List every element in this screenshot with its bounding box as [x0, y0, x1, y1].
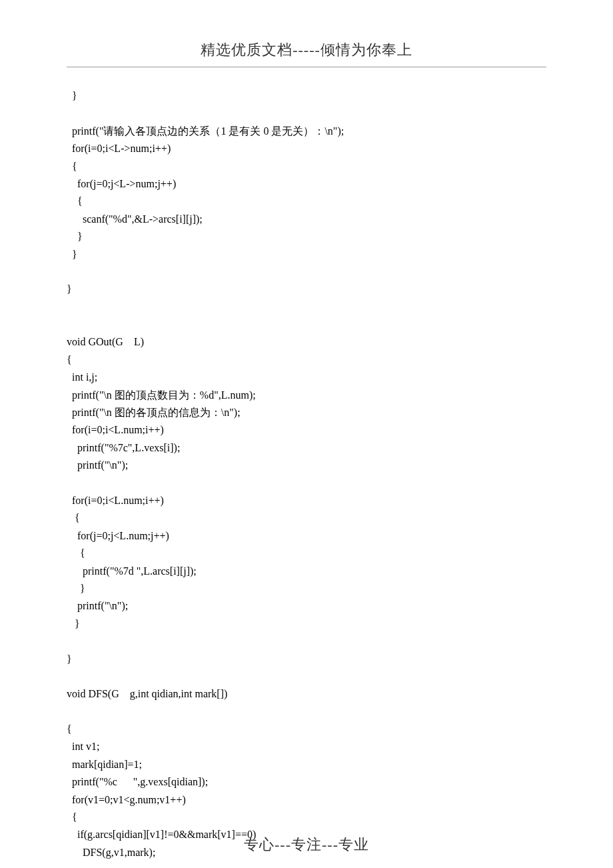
- code-line: {: [67, 809, 546, 826]
- code-line: [67, 299, 546, 316]
- code-line: [67, 316, 546, 333]
- code-line: {: [67, 193, 546, 210]
- code-line: printf("%7d ",L.arcs[i][j]);: [67, 563, 546, 580]
- code-line: scanf("%d",&L->arcs[i][j]);: [67, 211, 546, 228]
- code-line: }: [67, 228, 546, 245]
- code-line: void DFS(G g,int qidian,int mark[]): [67, 685, 546, 703]
- code-line: {: [67, 545, 546, 562]
- code-line: {: [67, 509, 546, 527]
- code-line: for(j=0;j<L.num;j++): [67, 527, 546, 545]
- code-line: for(i=0;i<L.num;i++): [67, 492, 546, 509]
- page-header: 精选优质文档-----倾情为你奉上: [67, 40, 546, 67]
- code-line: for(v1=0;v1<g.num;v1++): [67, 791, 546, 809]
- code-line: [67, 105, 546, 122]
- code-line: {: [67, 721, 546, 738]
- code-line: [67, 263, 546, 281]
- page-footer: 专心---专注---专业: [0, 835, 613, 855]
- code-line: printf("请输入各顶点边的关系（1 是有关 0 是无关）：\n");: [67, 123, 546, 140]
- code-line: printf("\n 图的顶点数目为：%d",L.num);: [67, 387, 546, 404]
- code-line: printf("%c ",g.vexs[qidian]);: [67, 773, 546, 791]
- code-line: {: [67, 351, 546, 369]
- code-line: }: [67, 281, 546, 298]
- code-content: } printf("请输入各顶点边的关系（1 是有关 0 是无关）：\n"); …: [67, 87, 546, 861]
- code-line: }: [67, 87, 546, 105]
- code-line: {: [67, 158, 546, 175]
- code-line: int i,j;: [67, 369, 546, 386]
- code-line: printf("\n 图的各顶点的信息为：\n");: [67, 404, 546, 421]
- code-line: }: [67, 615, 546, 633]
- document-page: 精选优质文档-----倾情为你奉上 } printf("请输入各顶点边的关系（1…: [0, 0, 613, 868]
- code-line: printf("\n");: [67, 457, 546, 474]
- code-line: [67, 703, 546, 721]
- code-line: [67, 668, 546, 685]
- code-line: }: [67, 246, 546, 263]
- code-line: }: [67, 580, 546, 597]
- code-line: void GOut(G L): [67, 333, 546, 351]
- code-line: int v1;: [67, 738, 546, 755]
- code-line: [67, 633, 546, 650]
- code-line: printf("%7c",L.vexs[i]);: [67, 439, 546, 457]
- code-line: for(j=0;j<L->num;j++): [67, 175, 546, 193]
- code-line: for(i=0;i<L.num;i++): [67, 421, 546, 439]
- code-line: for(i=0;i<L->num;i++): [67, 140, 546, 157]
- code-line: printf("\n");: [67, 597, 546, 615]
- code-line: }: [67, 651, 546, 668]
- code-line: mark[qidian]=1;: [67, 756, 546, 773]
- code-line: [67, 475, 546, 492]
